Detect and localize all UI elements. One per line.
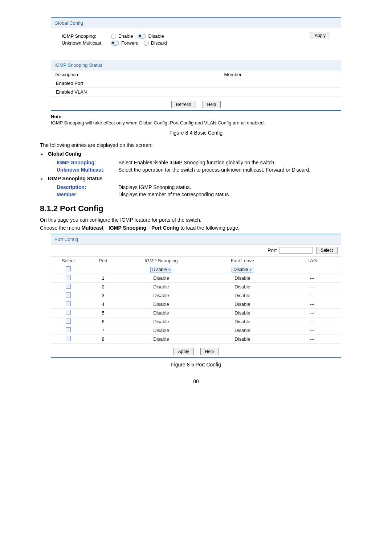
cell-fast: Disable [202, 274, 283, 283]
desc-unknown-mcast: Select the operation for the switch to p… [118, 167, 352, 173]
menu-path-para: Choose the menu Multicast→IGMP Snooping→… [40, 225, 352, 231]
cell-fast: Disable [202, 283, 283, 291]
igmp-enable-text: Enable [118, 33, 133, 39]
row-checkbox[interactable] [66, 292, 71, 297]
figure-8-4-caption: Figure 8-4 Basic Config [40, 130, 352, 136]
th-select: Select [51, 257, 86, 265]
apply-button[interactable]: Apply [173, 348, 194, 355]
cell-igmp: Disable [121, 291, 202, 300]
row-checkbox[interactable] [66, 336, 71, 341]
cell-lag: --- [283, 283, 341, 291]
note-label: Note: [51, 114, 341, 119]
select-all-checkbox[interactable] [66, 266, 71, 271]
cell-lag: --- [283, 274, 341, 283]
row-checkbox[interactable] [66, 327, 71, 332]
cell-fast: Disable [202, 309, 283, 317]
desc-description: Displays IGMP Snooping status. [118, 184, 352, 190]
entries-intro: The following entries are displayed on t… [40, 142, 352, 148]
cell-port: 1 [86, 274, 121, 283]
cell-lag: --- [283, 317, 341, 326]
table-row: 7DisableDisable--- [51, 326, 341, 335]
cell-port: 2 [86, 283, 121, 291]
apply-button[interactable]: Apply [310, 32, 330, 39]
chevron-down-icon: ▾ [168, 268, 170, 271]
note-text: IGMP Snooping will take effect only when… [51, 120, 341, 126]
enabled-vlan-row: Enabled VLAN [51, 88, 341, 97]
cell-fast: Disable [202, 335, 283, 344]
term-description: Description: [57, 184, 118, 190]
row-checkbox[interactable] [66, 284, 71, 289]
bullet-icon: ➢ [40, 151, 48, 157]
cell-port: 5 [86, 309, 121, 317]
cell-fast: Disable [202, 300, 283, 309]
um-forward-text: Forward [121, 40, 139, 46]
help-button[interactable]: Help [203, 101, 221, 108]
cell-igmp: Disable [121, 274, 202, 283]
cell-igmp: Disable [121, 326, 202, 335]
term-unknown-mcast: Unknown Multicast: [57, 167, 118, 173]
table-filter-row: Disable▾ Disable▾ [51, 265, 341, 274]
igmp-select-value: Disable [152, 267, 167, 272]
cell-fast: Disable [202, 291, 283, 300]
desc-header: Description [54, 72, 128, 77]
um-discard-radio[interactable] [144, 41, 149, 46]
cell-port: 3 [86, 291, 121, 300]
cell-lag: --- [283, 309, 341, 317]
cell-port: 6 [86, 317, 121, 326]
cell-lag: --- [283, 335, 341, 344]
table-row: 2DisableDisable--- [51, 283, 341, 291]
table-row: 3DisableDisable--- [51, 291, 341, 300]
row-checkbox[interactable] [66, 275, 71, 280]
igmp-snooping-select[interactable]: Disable▾ [150, 267, 172, 272]
menu-pre: Choose the menu [40, 225, 81, 231]
desc-igmp-snooping: Select Enable/Disable IGMP Snooping func… [118, 160, 352, 165]
menu-post: to load the following page. [179, 225, 240, 231]
basic-config-figure: Global Config Apply IGMP Snooping: Enabl… [51, 17, 341, 111]
port-filter-input[interactable] [279, 247, 313, 254]
refresh-button[interactable]: Refresh [171, 101, 196, 108]
menu-path: Multicast→IGMP Snooping→Port Config [81, 225, 179, 231]
table-row: 8DisableDisable--- [51, 335, 341, 344]
term-igmp-snooping: IGMP Snooping: [57, 160, 118, 165]
help-button[interactable]: Help [200, 348, 219, 355]
cell-lag: --- [283, 300, 341, 309]
port-config-title: Port Config [51, 234, 341, 245]
table-row: 4DisableDisable--- [51, 300, 341, 309]
table-row: 6DisableDisable--- [51, 317, 341, 326]
enabled-port-row: Enabled Port [51, 79, 341, 88]
fast-select-value: Disable [233, 267, 248, 272]
um-forward-radio[interactable] [111, 41, 119, 46]
table-row: 1DisableDisable--- [51, 274, 341, 283]
cell-fast: Disable [202, 317, 283, 326]
cell-igmp: Disable [121, 309, 202, 317]
cell-lag: --- [283, 326, 341, 335]
row-checkbox[interactable] [66, 319, 71, 324]
fast-leave-select[interactable]: Disable▾ [232, 267, 253, 272]
chevron-down-icon: ▾ [250, 268, 252, 271]
global-config-title: Global Config [51, 18, 341, 28]
row-checkbox[interactable] [66, 301, 71, 306]
cell-fast: Disable [202, 326, 283, 335]
page-number: 80 [40, 378, 352, 384]
snooping-status-title: IGMP Snooping Status [51, 60, 341, 70]
th-igmp: IGMP Snooping [121, 257, 202, 265]
cell-lag: --- [283, 291, 341, 300]
cell-igmp: Disable [121, 300, 202, 309]
term-member: Member: [57, 192, 118, 197]
section-8-1-2: 8.1.2 Port Config [40, 204, 352, 213]
select-button[interactable]: Select [316, 247, 338, 254]
unknown-mcast-label: Unknown Multicast: [62, 40, 109, 46]
th-lag: LAG [283, 257, 341, 265]
igmp-disable-radio[interactable] [138, 34, 146, 39]
member-header: Member [128, 72, 338, 77]
cell-igmp: Disable [121, 317, 202, 326]
port-config-figure: Port Config Port Select Select Port IGMP… [51, 234, 341, 358]
port-config-intro: On this page you can configure the IGMP … [40, 217, 352, 223]
desc-member: Displays the member of the corresponding… [118, 192, 352, 197]
row-checkbox[interactable] [66, 310, 71, 315]
um-discard-text: Discard [151, 40, 167, 46]
igmp-enable-radio[interactable] [111, 34, 116, 39]
th-port: Port [86, 257, 121, 265]
cell-port: 4 [86, 300, 121, 309]
bullet-snooping-status: IGMP Snooping Status [48, 176, 103, 181]
